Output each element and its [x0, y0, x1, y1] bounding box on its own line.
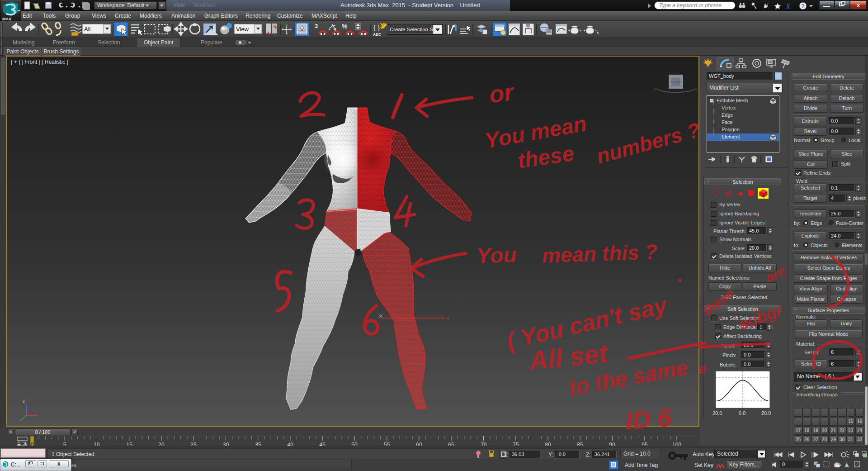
- svg-text:{ }: { }: [373, 24, 380, 31]
- svg-text:x: x: [447, 316, 449, 321]
- svg-text:ABC: ABC: [373, 32, 381, 37]
- svg-text:X: X: [785, 2, 791, 10]
- svg-text:%: %: [342, 23, 348, 30]
- svg-text:[ + ] [ Front ] [ Realistic ]: [ + ] [ Front ] [ Realistic ]: [11, 59, 68, 65]
- svg-text:All: All: [84, 26, 91, 33]
- svg-text:FRONT: FRONT: [670, 80, 682, 84]
- svg-text:z: z: [23, 399, 25, 404]
- svg-text:MAX: MAX: [2, 17, 11, 21]
- svg-text:3: 3: [315, 23, 318, 29]
- svg-text:View: View: [236, 26, 249, 33]
- svg-text:Create Selection Se: Create Selection Se: [390, 27, 436, 32]
- svg-text:?: ?: [801, 3, 805, 10]
